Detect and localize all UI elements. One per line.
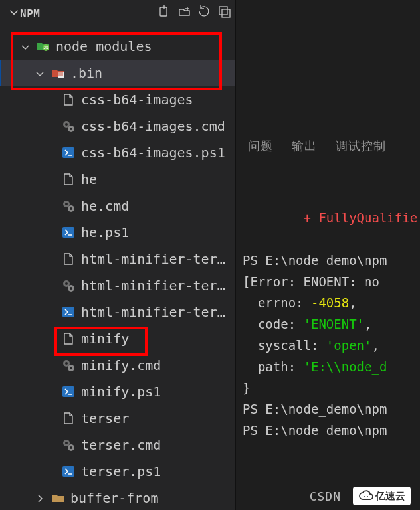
file-item[interactable]: html-minifier-terser...	[0, 299, 235, 325]
file-label: he.cmd	[81, 198, 129, 214]
file-type-icon	[61, 438, 76, 452]
explorer-section-header[interactable]: NPM	[0, 0, 235, 27]
file-item[interactable]: minify.ps1	[0, 379, 235, 405]
file-type-icon	[61, 305, 76, 319]
tab-problems[interactable]: 问题	[248, 138, 273, 154]
file-item[interactable]: minify.cmd	[0, 352, 235, 379]
folder-icon	[51, 491, 65, 505]
file-label: minify.ps1	[81, 384, 161, 400]
watermark-footer: CSDN 亿速云	[300, 482, 420, 510]
new-file-icon[interactable]	[158, 5, 171, 21]
folder-node-modules[interactable]: node_modules	[0, 33, 235, 60]
file-label: minify.cmd	[81, 357, 161, 373]
file-item[interactable]: he.cmd	[0, 193, 235, 219]
file-item[interactable]: terser.ps1	[0, 458, 235, 485]
folder-label: .bin	[70, 65, 102, 81]
file-item[interactable]: css-b64-images.cmd	[0, 113, 235, 139]
file-item[interactable]: css-b64-images	[0, 86, 235, 113]
file-tree: node_modules .bin css-b64-imagescss-b64-…	[0, 27, 235, 510]
file-type-icon	[61, 278, 76, 293]
file-label: html-minifier-terser...	[81, 304, 233, 320]
file-type-icon	[61, 199, 76, 213]
file-type-icon	[61, 411, 76, 426]
file-label: minify	[81, 331, 129, 347]
file-label: he.ps1	[81, 224, 129, 240]
csdn-watermark: CSDN	[310, 489, 341, 503]
file-type-icon	[61, 225, 76, 240]
file-type-icon	[61, 252, 76, 266]
chevron-down-icon	[35, 68, 45, 78]
tab-debug-console[interactable]: 调试控制	[336, 138, 386, 154]
file-item[interactable]: he.ps1	[0, 219, 235, 246]
file-label: css-b64-images.cmd	[81, 118, 225, 134]
file-item[interactable]: html-minifier-terser...	[0, 272, 235, 299]
folder-icon	[51, 66, 65, 80]
file-label: css-b64-images.ps1	[81, 145, 225, 161]
file-type-icon	[61, 331, 76, 346]
refresh-icon[interactable]	[198, 5, 211, 21]
section-title: NPM	[20, 7, 158, 20]
panel-tabs: 问题 输出 调试控制	[236, 133, 420, 159]
file-label: terser.ps1	[81, 464, 161, 479]
tab-output[interactable]: 输出	[292, 138, 317, 154]
chevron-down-icon	[8, 6, 20, 21]
collapse-all-icon[interactable]	[218, 5, 231, 21]
file-item[interactable]: minify	[0, 325, 235, 352]
folder-label: node_modules	[56, 39, 152, 54]
file-item[interactable]: terser	[0, 405, 235, 432]
chevron-down-icon	[20, 41, 31, 52]
file-label: terser	[81, 410, 129, 426]
file-item[interactable]: html-minifier-terser	[0, 246, 235, 272]
file-type-icon	[61, 384, 76, 399]
file-type-icon	[61, 172, 76, 187]
file-item[interactable]: terser.cmd	[0, 432, 235, 458]
file-label: he	[81, 171, 97, 187]
cloud-icon	[358, 489, 373, 503]
file-type-icon	[61, 464, 76, 479]
terminal-output[interactable]: + FullyQualifie PS E:\node_demo\npm [Err…	[236, 186, 420, 462]
folder-bin[interactable]: .bin	[0, 60, 235, 86]
yisu-watermark: 亿速云	[353, 487, 411, 505]
file-type-icon	[61, 358, 76, 373]
new-folder-icon[interactable]	[178, 5, 191, 21]
file-type-icon	[61, 145, 76, 160]
file-type-icon	[61, 119, 76, 133]
file-label: css-b64-images	[81, 92, 193, 108]
folder-icon	[36, 39, 51, 54]
file-item[interactable]: css-b64-images.ps1	[0, 139, 235, 166]
file-type-icon	[61, 92, 76, 107]
file-label: terser.cmd	[81, 437, 161, 453]
file-label: html-minifier-terser	[81, 251, 233, 267]
folder-label: buffer-from	[70, 490, 158, 506]
folder-buffer-from[interactable]: buffer-from	[0, 485, 235, 510]
file-label: html-minifier-terser...	[81, 278, 233, 294]
file-item[interactable]: he	[0, 166, 235, 193]
chevron-right-icon	[35, 493, 45, 503]
